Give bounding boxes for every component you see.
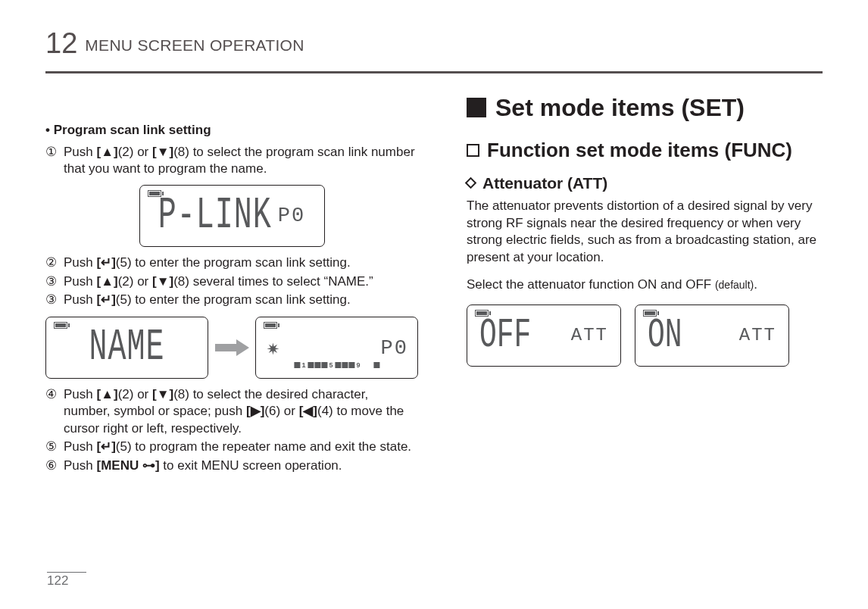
key-right: [▶] [246, 404, 264, 418]
svg-marker-1 [236, 339, 249, 356]
page-header: 12 MENU SCREEN OPERATION [45, 24, 823, 73]
lcd-box: P-LINK P0 [139, 185, 325, 247]
step-3b: ③ Push [↵](5) to enter the program scan … [45, 292, 418, 308]
text: Push [64, 458, 96, 473]
key-down: [▼] [152, 145, 173, 159]
lcd-display-1: P-LINK P0 [45, 185, 418, 247]
step-2: ② Push [↵](5) to enter the program scan … [45, 255, 418, 271]
lcd-sub-text: P0 [278, 206, 305, 226]
step-1: ① Push [▲](2) or [▼](8) to select the pr… [45, 144, 418, 178]
lcd-box-cursor: ✷ P0 159 [255, 317, 418, 379]
lcd-display-pair: NAME ✷ P0 159 [45, 317, 418, 379]
text: Select the attenuator function ON and OF… [467, 277, 715, 292]
diamond-icon [465, 177, 477, 189]
step-body: Push [▲](2) or [▼](8) to select the desi… [64, 386, 418, 437]
arrow-right-icon [214, 339, 249, 356]
lcd-main-text: P-LINK [158, 193, 272, 239]
lcd-main-text: ON [648, 309, 682, 362]
text: (8) several times to select “NAME.” [173, 274, 373, 289]
step-number: ⑥ [45, 458, 64, 475]
ruler-num: 1 [301, 362, 307, 368]
text: Push [64, 255, 96, 270]
text: Push [64, 439, 96, 454]
paragraph: The attenuator prevents distortion of a … [467, 198, 823, 266]
text: (5) to program the repeater name and exi… [116, 439, 411, 454]
step-5: ⑤ Push [↵](5) to program the repeater na… [45, 439, 418, 455]
key-up: [▲] [96, 145, 117, 159]
page-number: 122 [47, 573, 68, 589]
text: (2) or [118, 145, 152, 159]
section-heading-2: Function set mode items (FUNC) [467, 137, 823, 163]
step-number: ③ [45, 273, 64, 290]
section-heading-3: Attenuator (ATT) [467, 173, 823, 194]
step-body: Push [MENU ⊶] to exit MENU screen operat… [64, 458, 418, 475]
text: to exit MENU screen operation. [160, 458, 342, 473]
lcd-sub-text: ATT [739, 323, 776, 348]
chapter-number: 12 [45, 24, 77, 62]
text: (6) or [264, 404, 298, 418]
h3-text: Attenuator (ATT) [482, 173, 607, 194]
outline-square-icon [467, 144, 479, 157]
step-number: ③ [45, 292, 64, 308]
text: Push [64, 292, 96, 307]
right-column: Set mode items (SET) Function set mode i… [467, 95, 823, 476]
key-left: [◀] [299, 404, 317, 418]
battery-icon [264, 322, 277, 329]
step-3: ③ Push [▲](2) or [▼](8) several times to… [45, 273, 418, 290]
key-down: [▼] [152, 387, 173, 401]
lcd-att-pair: OFF ATT ON ATT [467, 304, 823, 367]
section-heading-1: Set mode items (SET) [467, 92, 823, 123]
lcd-text: NAME [89, 333, 164, 363]
lcd-sub-text: ATT [571, 323, 608, 348]
lcd-sub-text: P0 [381, 336, 408, 363]
lcd-main-text: NAME [89, 325, 164, 370]
text: (2) or [118, 387, 152, 401]
h1-text: Set mode items (SET) [495, 92, 745, 123]
filled-square-icon [467, 98, 486, 117]
text: (2) or [118, 274, 152, 289]
text: Push [64, 145, 96, 159]
step-number: ① [45, 144, 64, 178]
left-section-title: • Program scan link setting [45, 122, 418, 139]
step-body: Push [↵](5) to enter the program scan li… [64, 292, 418, 308]
svg-rect-0 [215, 344, 236, 351]
key-up: [▲] [96, 387, 117, 401]
step-number: ② [45, 255, 64, 271]
battery-icon [54, 322, 67, 329]
chapter-title: MENU SCREEN OPERATION [85, 35, 304, 56]
text: Push [64, 387, 96, 401]
step-number: ④ [45, 386, 64, 437]
lcd-main-text: OFF [479, 309, 531, 362]
key-enter: [↵] [96, 255, 115, 270]
lcd-ruler: 159 [294, 356, 379, 373]
lcd-box-on: ON ATT [635, 304, 789, 367]
key-menu: [MENU ⊶] [96, 458, 159, 474]
h2-text: Function set mode items (FUNC) [487, 137, 792, 163]
lcd-box-off: OFF ATT [467, 304, 621, 367]
key-up: [▲] [96, 274, 117, 289]
key-enter: [↵] [96, 292, 115, 307]
step-body: Push [▲](2) or [▼](8) several times to s… [64, 273, 418, 290]
step-number: ⑤ [45, 439, 64, 455]
text: Push [64, 274, 96, 289]
lcd-text: P-LINK P0 [158, 201, 305, 231]
step-6: ⑥ Push [MENU ⊶] to exit MENU screen oper… [45, 458, 418, 475]
paragraph: Select the attenuator function ON and OF… [467, 276, 823, 293]
content-columns: • Program scan link setting ① Push [▲](2… [45, 95, 823, 476]
text: (5) to enter the program scan link setti… [116, 292, 351, 307]
step-body: Push [↵](5) to program the repeater name… [64, 439, 418, 455]
text: (5) to enter the program scan link setti… [116, 255, 351, 270]
text-small: (default) [715, 279, 754, 291]
cursor-blink-icon: ✷ [267, 339, 279, 360]
step-4: ④ Push [▲](2) or [▼](8) to select the de… [45, 386, 418, 437]
left-column: • Program scan link setting ① Push [▲](2… [45, 95, 418, 476]
step-body: Push [▲](2) or [▼](8) to select the prog… [64, 144, 418, 178]
key-down: [▼] [152, 274, 173, 289]
ruler-num: 9 [355, 362, 361, 368]
text: . [754, 277, 757, 292]
lcd-box-name: NAME [45, 317, 208, 379]
key-enter: [↵] [96, 439, 115, 454]
step-body: Push [↵](5) to enter the program scan li… [64, 255, 418, 271]
ruler-num: 5 [328, 362, 334, 368]
